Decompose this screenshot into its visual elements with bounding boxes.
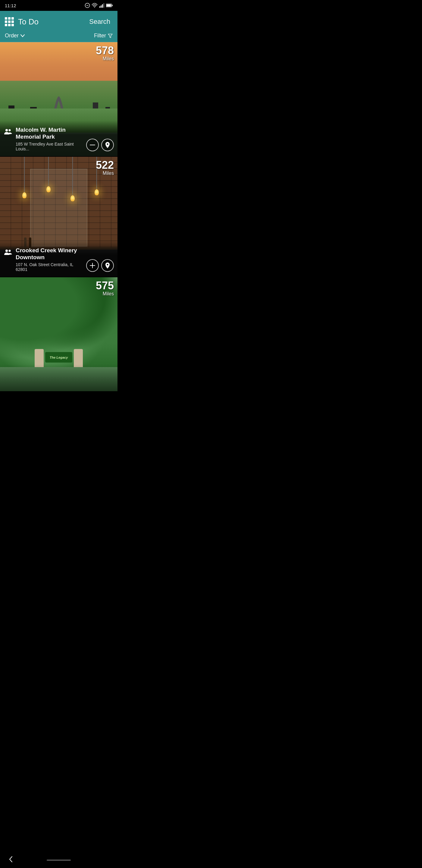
minus-icon (90, 144, 95, 146)
svg-point-22 (5, 129, 8, 131)
wifi-icon (92, 3, 98, 8)
status-icons (85, 3, 112, 8)
svg-rect-8 (112, 4, 112, 6)
toolbar: Order Filter (0, 33, 118, 42)
svg-point-2 (94, 7, 95, 7)
distance-badge: 575 Miles (96, 280, 114, 297)
search-button[interactable]: Search (87, 17, 112, 27)
list-item[interactable]: 522 Miles Crooked Creek Winery Downtown … (0, 157, 118, 277)
do-not-disturb-icon (85, 3, 90, 8)
card-info: Malcolm W. Martin Memorial Park 185 W Tr… (4, 127, 84, 151)
location-button[interactable] (101, 259, 114, 272)
grid-menu-icon[interactable] (5, 17, 14, 26)
svg-rect-3 (99, 6, 100, 8)
distance-badge: 522 Miles (96, 160, 114, 176)
page-title: To Do (18, 17, 38, 27)
battery-icon (106, 3, 112, 7)
status-bar: 11:12 (0, 0, 118, 11)
svg-rect-24 (90, 145, 95, 145)
people-icon (4, 248, 13, 258)
card-address: 107 N. Oak Street Centralia, IL 62801 (16, 262, 84, 272)
svg-rect-9 (106, 4, 111, 7)
distance-badge: 578 Miles (96, 45, 114, 61)
header-left: To Do (5, 17, 38, 27)
people-icon (4, 128, 13, 138)
list-item[interactable]: The Legacy 575 Miles (0, 277, 118, 392)
card-text: Crooked Creek Winery Downtown 107 N. Oak… (16, 247, 84, 272)
add-button[interactable] (86, 259, 99, 272)
location-pin-icon (105, 142, 110, 148)
svg-rect-4 (101, 5, 101, 8)
location-pin-icon (105, 262, 110, 269)
card-actions (86, 259, 114, 272)
card-info: Crooked Creek Winery Downtown 107 N. Oak… (4, 247, 84, 272)
chevron-down-icon (21, 34, 25, 37)
svg-point-23 (9, 129, 11, 131)
filter-icon (108, 34, 112, 38)
filter-button[interactable]: Filter (94, 33, 112, 39)
svg-point-26 (9, 250, 11, 252)
card-address: 185 W Trendley Ave East Saint Louis... (16, 142, 84, 151)
svg-rect-5 (102, 4, 103, 7)
card-text: Malcolm W. Martin Memorial Park 185 W Tr… (16, 127, 84, 151)
order-button[interactable]: Order (5, 33, 25, 39)
plus-icon (90, 263, 95, 268)
svg-rect-28 (90, 265, 95, 266)
list-item[interactable]: 578 Miles Malcolm W. Martin Memorial Par… (0, 42, 118, 157)
card-overlay: Malcolm W. Martin Memorial Park 185 W Tr… (0, 121, 118, 156)
card-actions (86, 138, 114, 151)
header: To Do Search (0, 11, 118, 33)
signal-icon (99, 3, 104, 8)
location-button[interactable] (101, 138, 114, 151)
remove-button[interactable] (86, 138, 99, 151)
card-overlay: Crooked Creek Winery Downtown 107 N. Oak… (0, 241, 118, 277)
card-name: Malcolm W. Martin Memorial Park (16, 127, 84, 141)
card-list: 578 Miles Malcolm W. Martin Memorial Par… (0, 42, 118, 392)
svg-rect-6 (103, 3, 104, 8)
status-time: 11:12 (5, 3, 16, 8)
card-name: Crooked Creek Winery Downtown (16, 247, 84, 261)
svg-point-25 (5, 250, 8, 252)
